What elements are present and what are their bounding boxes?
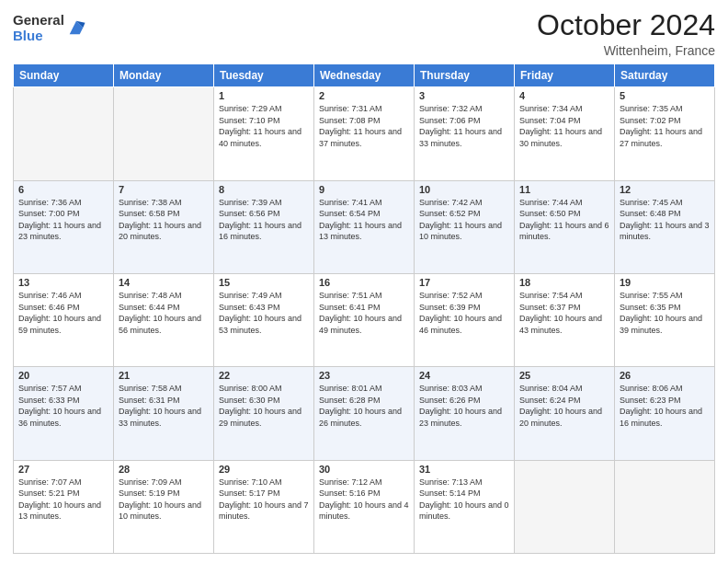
- weekday-header-row: SundayMondayTuesdayWednesdayThursdayFrid…: [14, 64, 715, 87]
- calendar-cell: 18Sunrise: 7:54 AM Sunset: 6:37 PM Dayli…: [515, 273, 615, 366]
- day-info: Sunrise: 7:07 AM Sunset: 5:21 PM Dayligh…: [18, 477, 108, 523]
- calendar-table: SundayMondayTuesdayWednesdayThursdayFrid…: [13, 63, 715, 554]
- calendar-cell: [615, 460, 715, 553]
- logo-icon: [66, 17, 86, 38]
- calendar-cell: 25Sunrise: 8:04 AM Sunset: 6:24 PM Dayli…: [515, 367, 615, 460]
- week-row-3: 13Sunrise: 7:46 AM Sunset: 6:46 PM Dayli…: [14, 273, 715, 366]
- day-info: Sunrise: 7:38 AM Sunset: 6:58 PM Dayligh…: [119, 197, 209, 243]
- day-number: 24: [419, 370, 509, 381]
- day-number: 7: [119, 184, 209, 195]
- calendar-cell: 19Sunrise: 7:55 AM Sunset: 6:35 PM Dayli…: [615, 273, 715, 366]
- day-number: 25: [519, 370, 609, 381]
- weekday-header-wednesday: Wednesday: [314, 64, 415, 87]
- day-info: Sunrise: 7:41 AM Sunset: 6:54 PM Dayligh…: [319, 197, 409, 243]
- day-info: Sunrise: 7:32 AM Sunset: 7:06 PM Dayligh…: [419, 103, 509, 149]
- day-number: 10: [419, 184, 509, 195]
- day-number: 4: [519, 90, 609, 101]
- day-info: Sunrise: 8:01 AM Sunset: 6:28 PM Dayligh…: [319, 383, 409, 429]
- day-number: 27: [18, 464, 108, 475]
- day-info: Sunrise: 8:03 AM Sunset: 6:26 PM Dayligh…: [419, 383, 509, 429]
- weekday-header-thursday: Thursday: [415, 64, 515, 87]
- day-number: 13: [18, 277, 108, 288]
- day-info: Sunrise: 7:57 AM Sunset: 6:33 PM Dayligh…: [18, 383, 108, 429]
- weekday-header-saturday: Saturday: [615, 64, 715, 87]
- week-row-5: 27Sunrise: 7:07 AM Sunset: 5:21 PM Dayli…: [14, 460, 715, 553]
- logo: General Blue: [13, 13, 86, 43]
- day-number: 11: [519, 184, 609, 195]
- weekday-header-monday: Monday: [114, 64, 214, 87]
- calendar-cell: 9Sunrise: 7:41 AM Sunset: 6:54 PM Daylig…: [314, 180, 415, 273]
- main-title: October 2024: [537, 9, 715, 41]
- day-number: 5: [620, 90, 710, 101]
- day-info: Sunrise: 7:49 AM Sunset: 6:43 PM Dayligh…: [219, 290, 309, 336]
- calendar-cell: 4Sunrise: 7:34 AM Sunset: 7:04 PM Daylig…: [515, 87, 615, 180]
- week-row-1: 1Sunrise: 7:29 AM Sunset: 7:10 PM Daylig…: [14, 87, 715, 180]
- day-number: 12: [620, 184, 710, 195]
- day-number: 6: [18, 184, 108, 195]
- calendar-cell: 11Sunrise: 7:44 AM Sunset: 6:50 PM Dayli…: [515, 180, 615, 273]
- calendar-cell: 29Sunrise: 7:10 AM Sunset: 5:17 PM Dayli…: [214, 460, 314, 553]
- calendar-cell: 8Sunrise: 7:39 AM Sunset: 6:56 PM Daylig…: [214, 180, 314, 273]
- day-number: 1: [219, 90, 309, 101]
- calendar-cell: 27Sunrise: 7:07 AM Sunset: 5:21 PM Dayli…: [14, 460, 114, 553]
- calendar-cell: 26Sunrise: 8:06 AM Sunset: 6:23 PM Dayli…: [615, 367, 715, 460]
- calendar-cell: 23Sunrise: 8:01 AM Sunset: 6:28 PM Dayli…: [314, 367, 415, 460]
- calendar-cell: [14, 87, 114, 180]
- day-info: Sunrise: 7:36 AM Sunset: 7:00 PM Dayligh…: [18, 197, 108, 243]
- calendar-cell: 6Sunrise: 7:36 AM Sunset: 7:00 PM Daylig…: [14, 180, 114, 273]
- calendar-cell: 16Sunrise: 7:51 AM Sunset: 6:41 PM Dayli…: [314, 273, 415, 366]
- calendar-cell: 10Sunrise: 7:42 AM Sunset: 6:52 PM Dayli…: [415, 180, 515, 273]
- day-info: Sunrise: 8:00 AM Sunset: 6:30 PM Dayligh…: [219, 383, 309, 429]
- day-info: Sunrise: 7:34 AM Sunset: 7:04 PM Dayligh…: [519, 103, 609, 149]
- day-info: Sunrise: 7:58 AM Sunset: 6:31 PM Dayligh…: [119, 383, 209, 429]
- day-info: Sunrise: 8:04 AM Sunset: 6:24 PM Dayligh…: [519, 383, 609, 429]
- day-info: Sunrise: 7:35 AM Sunset: 7:02 PM Dayligh…: [620, 103, 710, 149]
- subtitle: Wittenheim, France: [537, 43, 715, 58]
- calendar-cell: 3Sunrise: 7:32 AM Sunset: 7:06 PM Daylig…: [415, 87, 515, 180]
- day-number: 31: [419, 464, 509, 475]
- calendar-cell: 13Sunrise: 7:46 AM Sunset: 6:46 PM Dayli…: [14, 273, 114, 366]
- week-row-4: 20Sunrise: 7:57 AM Sunset: 6:33 PM Dayli…: [14, 367, 715, 460]
- calendar-cell: 20Sunrise: 7:57 AM Sunset: 6:33 PM Dayli…: [14, 367, 114, 460]
- day-info: Sunrise: 7:29 AM Sunset: 7:10 PM Dayligh…: [219, 103, 309, 149]
- day-number: 14: [119, 277, 209, 288]
- calendar-cell: 15Sunrise: 7:49 AM Sunset: 6:43 PM Dayli…: [214, 273, 314, 366]
- day-number: 22: [219, 370, 309, 381]
- day-number: 29: [219, 464, 309, 475]
- day-info: Sunrise: 7:13 AM Sunset: 5:14 PM Dayligh…: [419, 477, 509, 523]
- calendar-cell: 22Sunrise: 8:00 AM Sunset: 6:30 PM Dayli…: [214, 367, 314, 460]
- calendar-cell: 5Sunrise: 7:35 AM Sunset: 7:02 PM Daylig…: [615, 87, 715, 180]
- day-info: Sunrise: 7:31 AM Sunset: 7:08 PM Dayligh…: [319, 103, 409, 149]
- calendar-cell: [515, 460, 615, 553]
- day-info: Sunrise: 7:48 AM Sunset: 6:44 PM Dayligh…: [119, 290, 209, 336]
- day-number: 21: [119, 370, 209, 381]
- day-info: Sunrise: 7:51 AM Sunset: 6:41 PM Dayligh…: [319, 290, 409, 336]
- day-info: Sunrise: 7:45 AM Sunset: 6:48 PM Dayligh…: [620, 197, 710, 243]
- day-number: 3: [419, 90, 509, 101]
- day-number: 19: [620, 277, 710, 288]
- calendar-cell: 30Sunrise: 7:12 AM Sunset: 5:16 PM Dayli…: [314, 460, 415, 553]
- day-number: 26: [620, 370, 710, 381]
- calendar-cell: 2Sunrise: 7:31 AM Sunset: 7:08 PM Daylig…: [314, 87, 415, 180]
- day-number: 23: [319, 370, 409, 381]
- calendar-cell: 24Sunrise: 8:03 AM Sunset: 6:26 PM Dayli…: [415, 367, 515, 460]
- title-block: October 2024 Wittenheim, France: [537, 9, 715, 58]
- calendar-cell: 21Sunrise: 7:58 AM Sunset: 6:31 PM Dayli…: [114, 367, 214, 460]
- calendar-cell: 17Sunrise: 7:52 AM Sunset: 6:39 PM Dayli…: [415, 273, 515, 366]
- day-info: Sunrise: 8:06 AM Sunset: 6:23 PM Dayligh…: [620, 383, 710, 429]
- logo-blue-text: Blue: [13, 29, 64, 44]
- page: General Blue October 2024 Wittenheim, Fr…: [0, 0, 728, 563]
- weekday-header-friday: Friday: [515, 64, 615, 87]
- day-number: 17: [419, 277, 509, 288]
- day-info: Sunrise: 7:39 AM Sunset: 6:56 PM Dayligh…: [219, 197, 309, 243]
- calendar-cell: 14Sunrise: 7:48 AM Sunset: 6:44 PM Dayli…: [114, 273, 214, 366]
- day-number: 18: [519, 277, 609, 288]
- day-number: 30: [319, 464, 409, 475]
- calendar-cell: [114, 87, 214, 180]
- day-info: Sunrise: 7:55 AM Sunset: 6:35 PM Dayligh…: [620, 290, 710, 336]
- day-info: Sunrise: 7:09 AM Sunset: 5:19 PM Dayligh…: [119, 477, 209, 523]
- day-info: Sunrise: 7:46 AM Sunset: 6:46 PM Dayligh…: [18, 290, 108, 336]
- day-number: 16: [319, 277, 409, 288]
- day-number: 15: [219, 277, 309, 288]
- day-info: Sunrise: 7:52 AM Sunset: 6:39 PM Dayligh…: [419, 290, 509, 336]
